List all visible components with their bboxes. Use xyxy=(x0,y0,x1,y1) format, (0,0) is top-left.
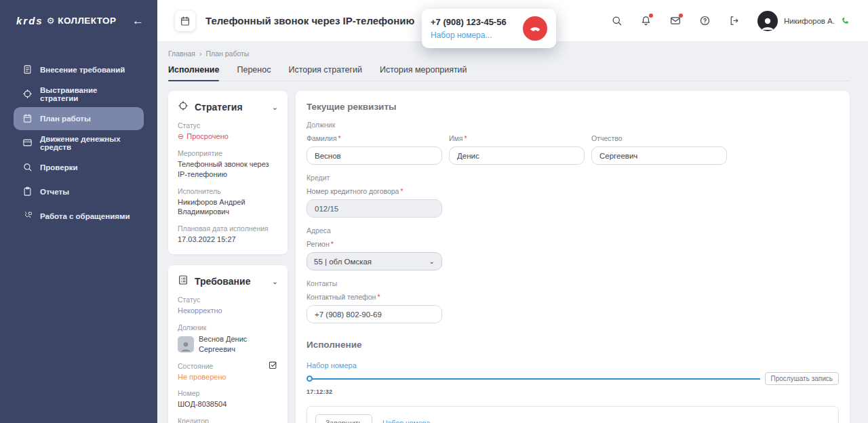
document-icon xyxy=(22,64,33,76)
debtor-row: Веснов Денис Сергеевич xyxy=(178,334,278,355)
call-status-link[interactable]: Набор номера... xyxy=(431,31,507,40)
content: Главная › План работы Исполнение Перенос… xyxy=(157,42,868,423)
main-area: Телефонный звонок через IP-телефонию xyxy=(157,0,868,423)
chevron-down-icon: ⌄ xyxy=(429,258,435,265)
debtor-fields-row: Фамилия* Имя* Отчество xyxy=(307,134,839,165)
surname-input[interactable] xyxy=(307,146,442,165)
section-title-execution: Исполнение xyxy=(307,340,839,350)
region-label: Регион* xyxy=(307,240,442,248)
messages-button[interactable] xyxy=(669,15,682,26)
claim-number-label: Номер xyxy=(178,389,278,397)
question-icon xyxy=(699,15,711,26)
tab-event-history[interactable]: История мероприятий xyxy=(380,65,467,81)
call-info: +7 (908) 123-45-56 Набор номера... xyxy=(431,17,507,40)
messages-badge xyxy=(679,14,683,18)
sidebar-item-label: Проверки xyxy=(40,163,77,172)
planned-date-value: 17.03.2022 15:27 xyxy=(178,235,278,245)
status-text: Просрочено xyxy=(186,132,229,142)
calendar-icon xyxy=(22,113,33,125)
dial-status-link[interactable]: Набор номера... xyxy=(382,419,436,423)
required-mark: * xyxy=(377,293,380,301)
finish-button[interactable]: Завершить xyxy=(315,414,372,423)
avatar xyxy=(757,11,778,31)
sidebar-item-work-plan[interactable]: План работы xyxy=(14,107,144,130)
target-icon xyxy=(178,100,189,114)
sidebar-item-label: Работа с обращениями xyxy=(40,212,130,220)
gear-logo-icon: ⚙ xyxy=(47,16,55,25)
logo-krds-text: krds xyxy=(16,15,43,26)
card-icon xyxy=(22,138,33,149)
name-label: Имя* xyxy=(449,134,585,142)
claim-number-value: ШОД-8038504 xyxy=(178,399,278,409)
search-icon xyxy=(611,15,623,26)
breadcrumb-separator: › xyxy=(199,49,202,58)
strategy-panel-header[interactable]: Стратегия ⌄ xyxy=(178,100,278,114)
surname-field-wrap: Фамилия* xyxy=(307,134,442,165)
state-value: Не проверено xyxy=(178,372,226,382)
breadcrumb-home[interactable]: Главная xyxy=(168,49,195,58)
sidebar-item-requirements[interactable]: Внесение требований xyxy=(14,58,144,81)
strategy-panel-title: Стратегия xyxy=(195,102,243,113)
calendar-icon xyxy=(180,16,191,26)
slider-track[interactable] xyxy=(312,378,760,380)
phone-label: Контактный телефон* xyxy=(307,293,442,301)
page-icon-chip xyxy=(175,11,195,31)
sidebar-item-appeals[interactable]: Работа с обращениями xyxy=(14,205,144,228)
state-label: Состояние xyxy=(178,362,226,370)
sidebar-collapse-icon[interactable]: ← xyxy=(132,15,144,26)
contract-field-wrap: Номер кредитного договора* xyxy=(307,187,442,218)
breadcrumb-current[interactable]: План работы xyxy=(205,49,249,58)
notification-badge xyxy=(649,14,653,18)
executor-value: Никифоров Андрей Владимирович xyxy=(178,197,278,218)
tab-strategy-history[interactable]: История стратегий xyxy=(288,65,362,81)
verify-edit-icon[interactable] xyxy=(268,360,278,373)
claim-panel: Требование ⌄ Статус Некорректно Должник … xyxy=(168,265,288,423)
notifications-button[interactable] xyxy=(640,15,652,26)
clipboard-icon xyxy=(22,186,33,198)
overdue-icon: ⊖ xyxy=(178,132,184,142)
logo: krds ⚙ КОЛЛЕКТОР ← xyxy=(0,0,157,26)
region-field-wrap: Регион* 55 | обл Омская ⌄ xyxy=(307,240,442,270)
hangup-button[interactable] xyxy=(523,16,547,41)
sidebar-item-label: Выстраивание стратегии xyxy=(40,86,135,102)
name-input[interactable] xyxy=(449,146,585,165)
sidebar-item-checks[interactable]: Проверки xyxy=(14,156,144,179)
help-button[interactable] xyxy=(699,15,711,26)
executor-label: Исполнитель xyxy=(178,187,278,195)
region-select[interactable]: 55 | обл Омская ⌄ xyxy=(307,252,442,270)
required-mark: * xyxy=(400,187,403,195)
event-label: Мероприятие xyxy=(178,149,278,157)
group-label-credit: Кредит xyxy=(307,174,839,182)
patronymic-input[interactable] xyxy=(591,146,727,165)
tab-execution[interactable]: Исполнение xyxy=(168,65,219,81)
surname-label: Фамилия* xyxy=(307,134,442,142)
dial-link[interactable]: Набор номера xyxy=(307,361,357,369)
group-label-debtor: Должник xyxy=(307,121,839,129)
sidebar-item-cash-flow[interactable]: Движение денежных средств xyxy=(14,132,144,155)
tab-transfer[interactable]: Перенос xyxy=(237,65,271,81)
contacts-fields-row: Контактный телефон* xyxy=(307,293,839,323)
patronymic-field-wrap: Отчество xyxy=(591,134,727,165)
breadcrumb: Главная › План работы xyxy=(168,49,850,58)
state-block: Состояние Не проверено xyxy=(178,355,226,382)
call-number: +7 (908) 123-45-56 xyxy=(431,17,507,27)
chevron-down-icon[interactable]: ⌄ xyxy=(272,278,278,285)
claim-panel-header[interactable]: Требование ⌄ xyxy=(178,275,278,288)
tab-bar: Исполнение Перенос История стратегий Ист… xyxy=(168,65,850,81)
user-menu[interactable]: Никифоров А. xyxy=(757,11,850,31)
hangup-phone-icon xyxy=(528,22,542,35)
debtor-label: Должник xyxy=(178,323,278,331)
sidebar-item-label: Отчеты xyxy=(40,188,69,196)
listen-record-button[interactable]: Прослушать запись xyxy=(765,372,839,385)
sidebar-item-strategy[interactable]: Выстраивание стратегии xyxy=(14,83,144,106)
phone-input[interactable] xyxy=(307,305,442,323)
logout-button[interactable] xyxy=(728,15,740,26)
search-icon xyxy=(22,162,33,174)
search-button[interactable] xyxy=(611,15,623,26)
active-call-phone-icon xyxy=(841,16,850,26)
sidebar-item-label: Внесение требований xyxy=(40,66,125,74)
app-window: krds ⚙ КОЛЛЕКТОР ← Внесение требований В… xyxy=(0,0,868,423)
target-icon xyxy=(22,89,33,100)
sidebar-item-reports[interactable]: Отчеты xyxy=(14,180,144,203)
chevron-down-icon[interactable]: ⌄ xyxy=(272,104,278,111)
